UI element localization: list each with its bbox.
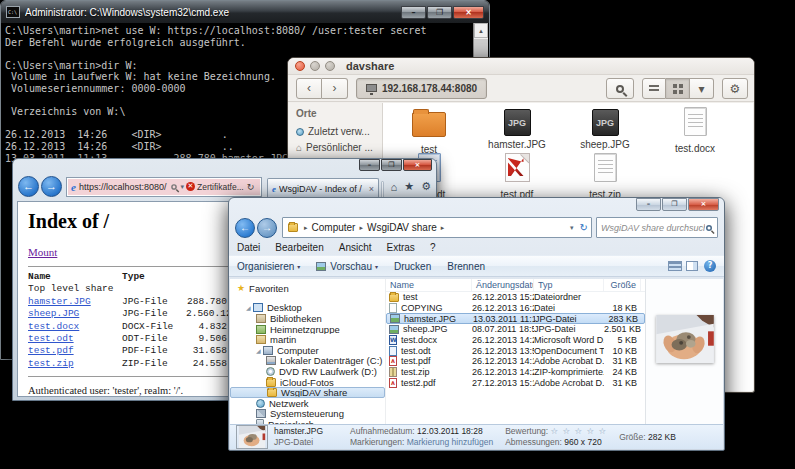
refresh-icon[interactable]: ↻ [247,182,255,192]
minimize-button[interactable]: – [401,6,426,19]
nav-desktop[interactable]: ◢Desktop [230,303,385,314]
explorer-titlebar[interactable]: – ❐ × [229,198,724,215]
back-button[interactable]: ← [235,218,255,238]
search-box[interactable]: WsgiDAV share durchsuchen [596,217,718,238]
close-button[interactable]: × [403,159,432,171]
forward-button[interactable]: › [322,78,348,99]
scroll-up-icon[interactable]: ▲ [474,23,488,38]
table-row[interactable]: COPYING 26.12.2013 16:22 Datei 18 KB [386,303,645,314]
add-tag-link[interactable]: Markierung hinzufügen [407,437,493,447]
view-options-button[interactable]: ▾ [690,78,714,99]
preview-pane-toggle[interactable] [686,261,698,271]
nav-wsgidav-share[interactable]: WsgiDAV share [230,387,385,398]
nav-bibliotheken[interactable]: Bibliotheken [230,313,385,324]
refresh-icon[interactable]: ↻ [580,222,588,233]
address-dropdown-icon[interactable]: ▾ [570,224,574,232]
cmd-titlebar[interactable]: C:\ Administrator: C:\Windows\system32\c… [1,1,489,23]
expander-icon[interactable]: ◢ [256,347,263,354]
table-row[interactable]: test 26.12.2013 15:21 Dateiordner [386,292,645,303]
url-text[interactable]: https://localhost:8080/ [79,182,167,192]
forward-button[interactable]: → [41,176,62,197]
minimize-button[interactable]: – [636,198,661,211]
file-item-sheep[interactable]: JPG sheep.JPG [561,105,649,150]
organize-button[interactable]: Organisieren▾ [237,261,300,272]
close-button[interactable]: × [688,198,719,211]
preview-button[interactable]: Vorschau▾ [316,261,378,272]
sidebar-item-recent[interactable]: Zuletzt verw... [296,124,382,140]
nav-computer[interactable]: ◢Computer [230,345,385,356]
column-header-date[interactable]: Änderungsdatum [472,279,534,291]
table-row[interactable]: Atest.pdf 26.12.2013 14:19 Adobe Acrobat… [386,356,645,367]
file-item-hamster[interactable]: JPG hamster.JPG [473,105,561,150]
back-button[interactable]: ‹ [296,78,322,99]
help-icon[interactable]: ? [704,260,716,272]
menu-datei[interactable]: Datei [237,242,260,253]
nautilus-titlebar[interactable]: davshare [288,58,754,75]
maximize-button[interactable]: ❐ [662,198,687,211]
file-link[interactable]: hamster.JPG [28,296,91,307]
file-link[interactable]: test.pdf [28,345,74,356]
expander-icon[interactable]: ◢ [246,304,253,311]
change-view-button[interactable] [668,261,682,271]
file-item-test[interactable]: test [385,105,473,155]
close-button[interactable]: × [453,6,484,19]
search-button[interactable] [606,78,634,99]
file-link[interactable]: sheep.JPG [28,308,79,319]
nav-favoriten[interactable]: ★Favoriten [230,283,385,294]
favorites-star-icon[interactable]: ★ [404,180,414,193]
burn-button[interactable]: Brennen [447,261,485,272]
table-row[interactable]: test.odt 26.12.2013 13:55 OpenDocument T… [386,345,645,356]
rating-stars[interactable]: ☆ ☆ ☆ ☆ ☆ [551,426,608,436]
breadcrumb-bar[interactable]: ▸ Computer ▸ WsgiDAV share ▸ ▾ ↻ [282,217,592,238]
maximize-button[interactable]: ❐ [381,159,402,171]
search-icon[interactable] [172,184,178,190]
file-item-pdf[interactable]: test.pdf [473,151,561,200]
menu-bearbeiten[interactable]: Bearbeiten [275,242,323,253]
nav-icloud-fotos[interactable]: iCloud-Fotos [230,377,385,388]
column-header-name[interactable]: Name [386,279,472,291]
minimize-button[interactable] [310,61,320,71]
browser-tab[interactable]: e WsgiDAV - Index of / × [267,178,379,199]
maximize-button[interactable]: ❐ [427,6,452,19]
nav-drive-d[interactable]: DVD RW Laufwerk (D:) [230,366,385,377]
file-item-docx[interactable]: test.docx [651,105,739,154]
nav-systemsteuerung[interactable]: Systemsteuerung [230,409,385,420]
nav-heimnetzgruppe[interactable]: Heimnetzgruppe [230,324,385,335]
menu-extras[interactable]: Extras [387,242,415,253]
certificate-error-button[interactable]: Zertifikatfe... [197,182,244,192]
column-header-size[interactable]: Größe [604,279,641,291]
dropdown-caret-icon[interactable]: ▾ [180,183,184,191]
table-row[interactable]: test.zip 26.12.2013 14:22 ZIP-komprimier… [386,367,645,378]
grid-view-button[interactable] [666,78,690,99]
breadcrumb-computer[interactable]: Computer [312,222,356,233]
menu-ansicht[interactable]: Ansicht [339,242,372,253]
back-button[interactable]: ← [18,176,39,197]
minimize-button[interactable]: – [359,159,380,171]
file-link[interactable]: test.docx [28,321,79,332]
table-row[interactable]: Wtest.docx 26.12.2013 14:26 Microsoft Wo… [386,335,645,346]
table-row[interactable]: Atest2.pdf 27.12.2013 15:10 Adobe Acroba… [386,378,645,389]
certificate-error-icon[interactable]: ✕ [186,182,195,191]
column-header-type[interactable]: Typ [534,279,604,291]
file-item-zip[interactable]: test.zip [561,151,649,200]
file-link[interactable]: test.odt [28,333,74,344]
forward-button[interactable]: → [257,218,277,238]
nav-drive-c[interactable]: Lokaler Datenträger (C:) [230,356,385,367]
address-bar[interactable]: e https://localhost:8080/ ▾ ✕ Zertifikat… [66,177,262,197]
table-row[interactable]: sheep.JPG 08.07.2011 18:52 JPG-Datei 2.5… [386,324,645,335]
menu-help[interactable]: ? [430,242,436,253]
tab-close-icon[interactable]: × [369,184,374,194]
breadcrumb[interactable]: 192.168.178.44:8080 [356,78,487,99]
table-row-selected[interactable]: hamster.JPG 13.03.2011 11:13 JPG-Datei 2… [386,313,645,324]
print-button[interactable]: Drucken [394,261,431,272]
gear-icon[interactable]: ⚙ [421,180,431,193]
mount-link[interactable]: Mount [28,246,57,258]
sidebar-item-home[interactable]: ⌂ Persönlicher ... [296,140,382,156]
home-icon[interactable]: ⌂ [391,181,398,193]
breadcrumb-current[interactable]: WsgiDAV share [367,222,437,233]
nav-user-martin[interactable]: martin [230,334,385,345]
settings-button[interactable]: ⚙ [722,78,748,99]
file-link[interactable]: test.zip [28,358,74,369]
close-button[interactable] [295,61,305,71]
maximize-button[interactable] [325,61,335,71]
